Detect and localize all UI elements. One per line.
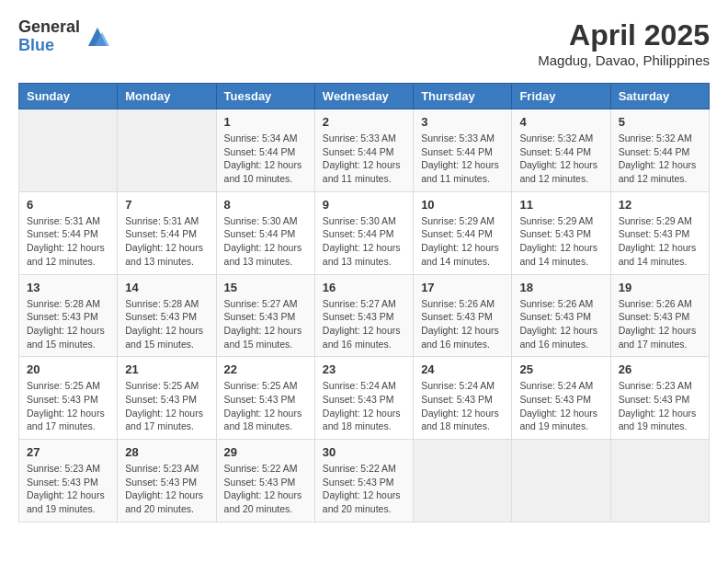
day-number: 13 [27, 281, 109, 294]
day-info: Sunrise: 5:29 AM Sunset: 5:43 PM Dayligh… [519, 214, 602, 269]
day-info: Sunrise: 5:28 AM Sunset: 5:43 PM Dayligh… [125, 297, 208, 351]
calendar-cell: 16Sunrise: 5:27 AM Sunset: 5:43 PM Dayli… [314, 274, 413, 357]
day-info: Sunrise: 5:26 AM Sunset: 5:43 PM Dayligh… [619, 297, 701, 351]
calendar-cell: 4Sunrise: 5:32 AM Sunset: 5:44 PM Daylig… [512, 109, 610, 192]
day-info: Sunrise: 5:29 AM Sunset: 5:44 PM Dayligh… [421, 214, 504, 269]
calendar-cell: 2Sunrise: 5:33 AM Sunset: 5:44 PM Daylig… [314, 109, 413, 192]
calendar-cell: 7Sunrise: 5:31 AM Sunset: 5:44 PM Daylig… [118, 191, 216, 274]
calendar-cell: 30Sunrise: 5:22 AM Sunset: 5:43 PM Dayli… [314, 440, 413, 523]
weekday-header-sunday: Sunday [19, 84, 118, 109]
day-info: Sunrise: 5:33 AM Sunset: 5:44 PM Dayligh… [421, 132, 504, 186]
day-number: 1 [224, 115, 307, 129]
day-number: 3 [421, 115, 504, 129]
calendar-cell: 20Sunrise: 5:25 AM Sunset: 5:43 PM Dayli… [19, 357, 118, 440]
month-title: April 2025 [538, 18, 710, 52]
calendar-cell: 14Sunrise: 5:28 AM Sunset: 5:43 PM Dayli… [118, 274, 216, 357]
page-header: General Blue April 2025 Magdug, Davao, P… [18, 18, 710, 68]
logo-general-text: General [18, 18, 80, 37]
day-number: 21 [125, 362, 208, 376]
calendar-cell: 6Sunrise: 5:31 AM Sunset: 5:44 PM Daylig… [19, 191, 118, 274]
calendar-cell: 11Sunrise: 5:29 AM Sunset: 5:43 PM Dayli… [512, 191, 610, 274]
day-info: Sunrise: 5:27 AM Sunset: 5:43 PM Dayligh… [323, 297, 405, 351]
calendar-cell: 15Sunrise: 5:27 AM Sunset: 5:43 PM Dayli… [216, 274, 314, 357]
weekday-header-wednesday: Wednesday [314, 84, 413, 109]
day-number: 15 [224, 281, 307, 294]
calendar-cell: 25Sunrise: 5:24 AM Sunset: 5:43 PM Dayli… [512, 357, 610, 440]
calendar-cell: 19Sunrise: 5:26 AM Sunset: 5:43 PM Dayli… [610, 274, 709, 357]
weekday-header-row: SundayMondayTuesdayWednesdayThursdayFrid… [19, 84, 710, 109]
calendar-cell: 27Sunrise: 5:23 AM Sunset: 5:43 PM Dayli… [19, 440, 118, 523]
weekday-header-friday: Friday [512, 84, 610, 109]
weekday-header-tuesday: Tuesday [216, 84, 314, 109]
day-number: 6 [27, 198, 109, 212]
calendar-cell: 24Sunrise: 5:24 AM Sunset: 5:43 PM Dayli… [414, 357, 512, 440]
day-info: Sunrise: 5:25 AM Sunset: 5:43 PM Dayligh… [125, 379, 208, 433]
calendar-cell [512, 440, 610, 523]
day-info: Sunrise: 5:25 AM Sunset: 5:43 PM Dayligh… [27, 379, 109, 433]
calendar-cell: 5Sunrise: 5:32 AM Sunset: 5:44 PM Daylig… [610, 109, 709, 192]
day-info: Sunrise: 5:31 AM Sunset: 5:44 PM Dayligh… [125, 214, 208, 269]
calendar-cell: 1Sunrise: 5:34 AM Sunset: 5:44 PM Daylig… [216, 109, 314, 192]
day-number: 2 [323, 115, 405, 129]
day-info: Sunrise: 5:23 AM Sunset: 5:43 PM Dayligh… [125, 462, 208, 516]
calendar-cell: 13Sunrise: 5:28 AM Sunset: 5:43 PM Dayli… [19, 274, 118, 357]
day-info: Sunrise: 5:26 AM Sunset: 5:43 PM Dayligh… [519, 297, 602, 351]
calendar-cell: 22Sunrise: 5:25 AM Sunset: 5:43 PM Dayli… [216, 357, 314, 440]
weekday-header-thursday: Thursday [414, 84, 512, 109]
day-number: 17 [421, 281, 504, 294]
title-block: April 2025 Magdug, Davao, Philippines [538, 18, 710, 68]
day-number: 25 [519, 362, 602, 376]
day-number: 8 [224, 198, 307, 212]
logo-icon [84, 23, 111, 51]
calendar-cell [118, 109, 216, 192]
calendar-cell: 3Sunrise: 5:33 AM Sunset: 5:44 PM Daylig… [414, 109, 512, 192]
week-row-4: 20Sunrise: 5:25 AM Sunset: 5:43 PM Dayli… [19, 357, 710, 440]
day-info: Sunrise: 5:32 AM Sunset: 5:44 PM Dayligh… [519, 132, 602, 186]
day-number: 28 [125, 445, 208, 459]
calendar-table: SundayMondayTuesdayWednesdayThursdayFrid… [18, 83, 710, 523]
day-number: 29 [224, 445, 307, 459]
day-number: 14 [125, 281, 208, 294]
day-number: 10 [421, 198, 504, 212]
day-info: Sunrise: 5:28 AM Sunset: 5:43 PM Dayligh… [27, 297, 109, 351]
day-info: Sunrise: 5:22 AM Sunset: 5:43 PM Dayligh… [323, 462, 405, 516]
day-number: 11 [519, 198, 602, 212]
day-number: 24 [421, 362, 504, 376]
weekday-header-saturday: Saturday [610, 84, 709, 109]
weekday-header-monday: Monday [118, 84, 216, 109]
day-number: 9 [323, 198, 405, 212]
day-info: Sunrise: 5:27 AM Sunset: 5:43 PM Dayligh… [224, 297, 307, 351]
day-number: 4 [519, 115, 602, 129]
day-number: 26 [619, 362, 701, 376]
day-info: Sunrise: 5:34 AM Sunset: 5:44 PM Dayligh… [224, 132, 307, 186]
day-number: 27 [27, 445, 109, 459]
week-row-5: 27Sunrise: 5:23 AM Sunset: 5:43 PM Dayli… [19, 440, 710, 523]
day-info: Sunrise: 5:33 AM Sunset: 5:44 PM Dayligh… [323, 132, 405, 186]
day-info: Sunrise: 5:26 AM Sunset: 5:43 PM Dayligh… [421, 297, 504, 351]
day-info: Sunrise: 5:22 AM Sunset: 5:43 PM Dayligh… [224, 462, 307, 516]
calendar-cell: 28Sunrise: 5:23 AM Sunset: 5:43 PM Dayli… [118, 440, 216, 523]
calendar-cell: 9Sunrise: 5:30 AM Sunset: 5:44 PM Daylig… [314, 191, 413, 274]
calendar-cell [19, 109, 118, 192]
day-info: Sunrise: 5:30 AM Sunset: 5:44 PM Dayligh… [224, 214, 307, 269]
calendar-cell: 23Sunrise: 5:24 AM Sunset: 5:43 PM Dayli… [314, 357, 413, 440]
day-info: Sunrise: 5:23 AM Sunset: 5:43 PM Dayligh… [27, 462, 109, 516]
location-subtitle: Magdug, Davao, Philippines [538, 52, 710, 68]
day-number: 7 [125, 198, 208, 212]
week-row-3: 13Sunrise: 5:28 AM Sunset: 5:43 PM Dayli… [19, 274, 710, 357]
calendar-cell: 12Sunrise: 5:29 AM Sunset: 5:43 PM Dayli… [610, 191, 709, 274]
day-info: Sunrise: 5:31 AM Sunset: 5:44 PM Dayligh… [27, 214, 109, 269]
calendar-cell: 26Sunrise: 5:23 AM Sunset: 5:43 PM Dayli… [610, 357, 709, 440]
logo-blue-text: Blue [18, 37, 80, 55]
day-number: 22 [224, 362, 307, 376]
calendar-cell: 21Sunrise: 5:25 AM Sunset: 5:43 PM Dayli… [118, 357, 216, 440]
calendar-cell: 29Sunrise: 5:22 AM Sunset: 5:43 PM Dayli… [216, 440, 314, 523]
day-number: 20 [27, 362, 109, 376]
calendar-cell [414, 440, 512, 523]
calendar-cell: 8Sunrise: 5:30 AM Sunset: 5:44 PM Daylig… [216, 191, 314, 274]
day-info: Sunrise: 5:24 AM Sunset: 5:43 PM Dayligh… [421, 379, 504, 433]
day-number: 19 [619, 281, 701, 294]
day-number: 30 [323, 445, 405, 459]
day-info: Sunrise: 5:24 AM Sunset: 5:43 PM Dayligh… [519, 379, 602, 433]
week-row-1: 1Sunrise: 5:34 AM Sunset: 5:44 PM Daylig… [19, 109, 710, 192]
